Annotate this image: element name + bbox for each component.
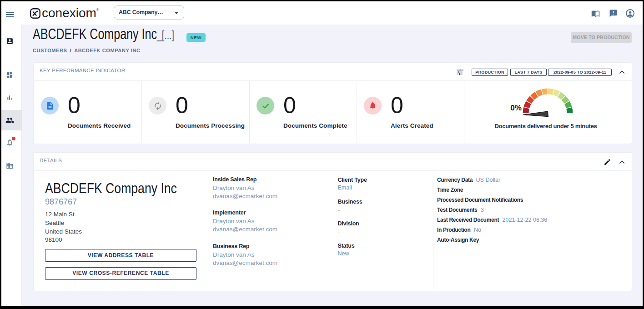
svg-text:0%: 0%	[510, 104, 522, 112]
